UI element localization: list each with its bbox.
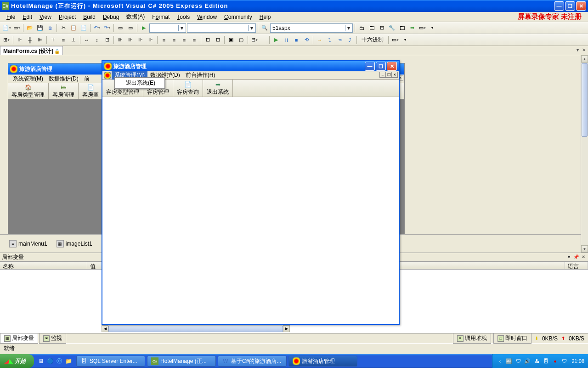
tab-callstack[interactable]: ≡调用堆栈 xyxy=(453,333,491,344)
design-menu-system[interactable]: 系统管理(M) xyxy=(10,75,46,83)
align-center-button[interactable]: ╫ xyxy=(25,35,34,45)
run-mdi-close[interactable]: ✕ xyxy=(391,72,398,78)
vs-close-button[interactable]: ✕ xyxy=(576,1,586,11)
run-tbtn-query[interactable]: 📄客房查询 xyxy=(173,80,203,97)
panel-pin-button[interactable]: 📌 xyxy=(573,254,579,260)
document-tab-mainform[interactable]: MainForm.cs [设计] 🔒 xyxy=(0,46,63,55)
col-name[interactable]: 名称 xyxy=(0,262,87,269)
run-mdi-max[interactable]: ❐ xyxy=(385,72,392,78)
scroll-up-icon[interactable]: ▲ xyxy=(581,55,588,63)
menu-file[interactable]: File xyxy=(3,13,19,21)
tab-order-button[interactable]: ⊟ xyxy=(250,35,259,45)
menu-item-exit[interactable]: 退出系统(E) xyxy=(115,78,164,88)
vs-restore-button[interactable]: ❐ xyxy=(565,1,575,11)
panel-dropdown-button[interactable]: ▾ xyxy=(565,254,572,260)
bring-front-button[interactable]: ▣ xyxy=(226,35,236,45)
task-hotel-app[interactable]: 旅游酒店管理 xyxy=(288,356,357,367)
tray-volume-icon[interactable]: 🔊 xyxy=(524,357,531,365)
vs-minimize-button[interactable]: — xyxy=(554,1,564,11)
copy-button[interactable]: 📋 xyxy=(69,23,78,33)
hspace-inc-button[interactable]: ⊪ xyxy=(126,35,135,45)
open-file-button[interactable]: 📂 xyxy=(25,23,34,33)
run-menu-front[interactable]: 前台操作(H) xyxy=(183,71,218,80)
ql-ie[interactable]: ⓔ xyxy=(55,356,63,366)
tray-av-icon[interactable]: 🛡 xyxy=(560,357,568,365)
menu-build[interactable]: Build xyxy=(79,13,99,21)
hscroll-left[interactable]: ◀ xyxy=(102,325,108,332)
designer-vscrollbar[interactable]: ▲ ▼ xyxy=(581,55,588,253)
running-app-window[interactable]: 旅游酒店管理 — ☐ ✕ 系统管理(M) 数据维护(D) 前台操作(H) – ❐… xyxy=(102,60,400,325)
doc-tab-dropdown-button[interactable]: ▾ xyxy=(574,46,581,53)
scroll-down-icon[interactable]: ▼ xyxy=(581,245,588,253)
continue-button[interactable]: ▶ xyxy=(271,35,281,45)
toolbox-button[interactable]: 🔧 xyxy=(387,23,396,33)
component-imagelist[interactable]: ▦imageList1 xyxy=(57,240,92,247)
hspace-dec-button[interactable]: ⊪ xyxy=(136,35,145,45)
find-button[interactable]: 🔍 xyxy=(260,23,269,33)
task-word-doc[interactable]: W基于C#的旅游酒店... xyxy=(218,356,287,367)
menu-data[interactable]: 数据(A) xyxy=(123,12,148,22)
designer-hscrollbar[interactable]: ◀ ▶ xyxy=(102,325,290,332)
nav-back-button[interactable]: ▭ xyxy=(116,23,125,33)
start-button[interactable]: ◢◣ 开始 xyxy=(0,354,34,368)
same-width-button[interactable]: ↔ xyxy=(82,35,91,45)
nav-fwd-button[interactable]: ▭ xyxy=(126,23,135,33)
cut-button[interactable]: ✂ xyxy=(59,23,68,33)
toolbar2-options-button[interactable]: ▾ xyxy=(401,35,410,45)
doc-tab-close-button[interactable]: ✕ xyxy=(581,46,587,53)
hspace-equal-button[interactable]: ⊪ xyxy=(116,35,125,45)
design-tbtn-query[interactable]: 📄客房查 xyxy=(78,83,103,99)
menu-community[interactable]: Community xyxy=(220,13,256,21)
tray-shield-icon[interactable]: 🛡 xyxy=(514,357,522,365)
menu-debug[interactable]: Debug xyxy=(99,13,123,21)
break-button[interactable]: ⏸ xyxy=(282,35,291,45)
align-left-button[interactable]: ⊪ xyxy=(15,35,24,45)
hscroll-right[interactable]: ▶ xyxy=(283,325,290,332)
paste-button[interactable]: 📄 xyxy=(79,23,88,33)
toolbar-options-button[interactable]: ▾ xyxy=(428,23,437,33)
panel-close-button[interactable]: ✕ xyxy=(580,254,587,260)
task-hotelmanage-vs[interactable]: C#HotelManage (正... xyxy=(147,356,216,367)
align-middle-button[interactable]: ≡ xyxy=(59,35,68,45)
system-tray[interactable]: ‹ 🔤 🛡 🔊 🖧 🗄 ● 🛡 21:08 xyxy=(492,354,588,368)
scroll-thumb[interactable] xyxy=(582,63,588,137)
run-maximize-button[interactable]: ☐ xyxy=(376,62,386,71)
ql-explorer[interactable]: 📁 xyxy=(64,356,73,366)
solution-explorer-button[interactable]: 🗀 xyxy=(357,23,366,33)
new-project-button[interactable]: 📄 xyxy=(2,23,11,33)
menu-project[interactable]: Project xyxy=(55,13,79,21)
hex-display-label[interactable]: 十六进制 xyxy=(359,36,386,44)
vspace-equal-button[interactable]: ≡ xyxy=(159,35,169,45)
save-button[interactable]: 💾 xyxy=(35,23,45,33)
step-out-button[interactable]: ⤴ xyxy=(345,35,355,45)
hspace-remove-button[interactable]: ⊪ xyxy=(146,35,155,45)
tab-watch[interactable]: 👁监视 xyxy=(39,333,66,344)
menu-format[interactable]: Format xyxy=(148,13,173,21)
redo-button[interactable]: ↷ xyxy=(102,23,112,33)
send-back-button[interactable]: ▢ xyxy=(237,35,246,45)
menu-tools[interactable]: Tools xyxy=(173,13,193,21)
run-tbtn-exit[interactable]: ➡退出系统 xyxy=(203,80,233,97)
add-item-button[interactable]: ▭ xyxy=(12,23,21,33)
tray-lang-icon[interactable]: 🔤 xyxy=(505,357,513,365)
undo-button[interactable]: ↶ xyxy=(92,23,102,33)
start-debug-button[interactable]: ▶ xyxy=(139,23,148,33)
run-titlebar[interactable]: 旅游酒店管理 — ☐ ✕ xyxy=(102,61,399,71)
tab-immediate[interactable]: ▭即时窗口 xyxy=(493,333,531,344)
same-height-button[interactable]: ↕ xyxy=(92,35,102,45)
tray-network-icon[interactable]: 🖧 xyxy=(533,357,540,365)
restart-button[interactable]: ⟲ xyxy=(302,35,311,45)
solution-platform-combo[interactable]: ▾ xyxy=(187,23,256,33)
step-over-button[interactable]: ⤼ xyxy=(335,35,345,45)
align-bottom-button[interactable]: ⊥ xyxy=(69,35,78,45)
center-v-button[interactable]: ⊡ xyxy=(213,35,222,45)
save-all-button[interactable]: 🗎 xyxy=(45,23,55,33)
show-next-stmt-button[interactable]: → xyxy=(315,35,324,45)
tray-clock[interactable]: 21:08 xyxy=(571,358,584,364)
center-h-button[interactable]: ⊡ xyxy=(203,35,212,45)
tray-sql-icon[interactable]: 🗄 xyxy=(542,357,549,365)
tray-expand-icon[interactable]: ‹ xyxy=(496,357,503,365)
object-browser-button[interactable]: ⊞ xyxy=(377,23,386,33)
start-page-button[interactable]: 🗔 xyxy=(397,23,407,33)
design-tbtn-room[interactable]: 🛏客房管理 xyxy=(48,83,79,99)
